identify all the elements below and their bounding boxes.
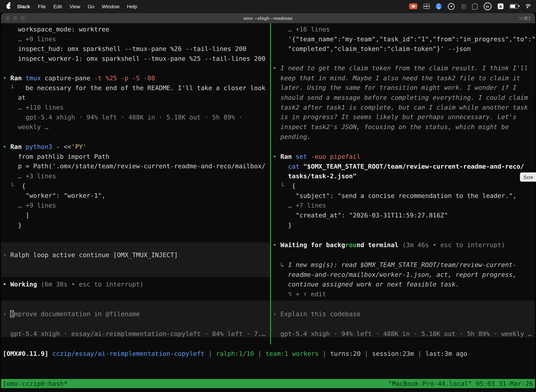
terminal-line: "worker": "worker-1", [3, 191, 270, 201]
terminal-line: } [3, 220, 270, 230]
output-block: … +16 lines '{"team_name":"my-team","tas… [271, 25, 535, 54]
menu-go[interactable]: Go [84, 0, 98, 13]
terminal-line: • Ran tmux capture-pane -t %25 -p -S -80 [3, 73, 270, 83]
terminal-line: inspect_worker-1: omx sparkshell --tmux-… [3, 54, 270, 64]
terminal-line: ] [3, 210, 270, 220]
terminal-line: … +7 lines [273, 201, 535, 211]
terminal-line: readme-and-reco/mailbox/worker-1.json, a… [273, 270, 535, 280]
output-block: workspace_mode: worktree … +9 lines insp… [1, 25, 270, 64]
apple-icon [6, 4, 11, 9]
output-block: • Ran set -euo pipefail cat "$OMX_TEAM_S… [271, 152, 535, 230]
terminal-line: inspect_hud: omx sparkshell --tmux-pane … [3, 44, 270, 54]
output-block: ↳ 1 new msg(s): read $OMX_TEAM_STATE_ROO… [271, 260, 535, 299]
terminal-line: … +9 lines [3, 201, 270, 210]
output-block: • Working (6m 38s • esc to interrupt) [1, 280, 270, 289]
terminal-line: … +16 lines [273, 25, 535, 34]
terminal-line: • Working (6m 38s • esc to interrupt) [3, 280, 270, 289]
terminal-line: gpt-5.4 xhigh · essay/ai-reimplementatio… [3, 329, 270, 339]
prompt-band[interactable]: › Ralph loop active continue [OMX_TMUX_I… [1, 242, 270, 277]
grid-app-icon[interactable] [423, 4, 430, 9]
terminal-line: gpt-5.4 xhigh · 94% left · 488K in · 5.1… [273, 329, 535, 339]
close-button[interactable] [5, 16, 10, 20]
ghost-app-icon[interactable] [472, 3, 478, 9]
menu-bar: SlackFileEditViewGoWindowHelp 61 A [0, 0, 536, 13]
terminal-line: p = Path('.omx/state/team/review-current… [3, 162, 270, 171]
tmux-status-bar: [omx-cczip0:bash* "MacBook-Pro-44.local"… [1, 379, 535, 388]
output-block: gpt-5.4 xhigh · 94% left · 488K in · 5.1… [271, 329, 535, 339]
menu-file[interactable]: File [34, 0, 50, 13]
swirl-app-icon[interactable] [436, 3, 442, 9]
terminal-line: ⌥ + ↑ edit [273, 289, 535, 299]
terminal-line: at [3, 93, 270, 103]
terminal-line: "subject": "send a concise recommendatio… [273, 191, 535, 201]
terminal-line: • Ran python3 - <<'PY' [3, 142, 270, 152]
terminal-line: "created_at": "2026-03-31T11:59:27.816Z" [273, 211, 535, 221]
terminal-line: '{"team_name":"my-team","task_id":"1","f… [273, 34, 535, 44]
terminal-line: … +9 lines [3, 34, 270, 44]
right-terminal-pane[interactable]: … +16 lines '{"team_name":"my-team","tas… [271, 23, 535, 344]
menu-bar-items: SlackFileEditViewGoWindowHelp [13, 0, 141, 13]
terminal-line: is in progress? It seems likely but perh… [273, 112, 535, 122]
terminal-line: gpt-5.4 xhigh · 94% left · 488K in · 5.1… [3, 112, 270, 122]
terminal-line: └ { [273, 181, 535, 191]
menu-view[interactable]: View [66, 0, 84, 13]
omx-status-line: [OMX#0.11.9] cczip/essay/ai-reimplementa… [3, 349, 467, 359]
zoom-button[interactable] [21, 16, 25, 20]
terminal-line: inspect task2's JSON, focusing on the st… [273, 122, 535, 132]
terminal-line: weekly … [3, 122, 270, 132]
wifi-icon[interactable] [524, 4, 531, 9]
terminal-line: keep that in mind. Maybe I also need the… [273, 73, 535, 83]
recording-icon [409, 3, 417, 9]
minimize-button[interactable] [13, 16, 17, 20]
terminal-line: └ { [3, 181, 270, 191]
apple-menu[interactable] [0, 4, 13, 9]
window-title: omx --xhigh --madmax [1, 15, 535, 21]
terminal-line: • I need to get the claim token from the… [273, 64, 535, 73]
battery-percent-ring-icon[interactable]: 61 [484, 2, 492, 10]
terminal-line: • Ran set -euo pipefail [273, 152, 535, 162]
terminal-line: … +3 lines [3, 171, 270, 181]
tmux-session-name: [omx-cczip0:bash* [1, 380, 67, 387]
terminal-line: later. Using the same for transition mig… [273, 83, 535, 93]
window-titlebar[interactable]: omx --xhigh --madmax ⌥⌘1 [1, 13, 535, 23]
terminal-line: › Ralph loop active continue [OMX_TMUX_I… [3, 250, 270, 260]
output-block: • Ran tmux capture-pane -t %25 -p -S -80… [1, 73, 270, 132]
battery-icon[interactable] [510, 4, 518, 9]
output-block: • I need to get the claim token from the… [271, 64, 535, 142]
terminal-line: task2 after task1 is complete, but can I… [273, 103, 535, 112]
left-terminal-pane[interactable]: workspace_mode: worktree … +9 lines insp… [1, 23, 270, 344]
terminal-window: omx --xhigh --madmax ⌥⌘1 workspace_mode:… [1, 13, 535, 392]
screen-recording-indicator-icon[interactable] [409, 3, 417, 9]
terminal-line: cat "$OMX_TEAM_STATE_ROOT/team/review-cu… [273, 162, 535, 172]
menu-help[interactable]: Help [123, 0, 141, 13]
window-controls [1, 16, 25, 20]
output-block: • Waiting for background terminal (3m 46… [271, 240, 535, 250]
dots-grid-app-icon[interactable] [461, 4, 466, 9]
menu-edit[interactable]: Edit [50, 0, 66, 13]
menu-slack[interactable]: Slack [13, 0, 34, 13]
terminal-line: "completed","claim_token":"claim-token"}… [273, 44, 535, 54]
circle-app-icon[interactable] [448, 3, 455, 10]
terminal-line: … +110 lines [3, 103, 270, 112]
menu-window[interactable]: Window [98, 0, 123, 13]
terminal-line: workspace_mode: worktree [3, 25, 270, 34]
terminal-line: from pathlib import Path [3, 152, 270, 162]
terminal-line: pending. [273, 132, 535, 142]
menu-bar-status-icons: 61 A [409, 2, 536, 10]
tmux-host-time: "MacBook-Pro-44.local" 05:03 31-Mar-26 [388, 380, 535, 387]
input-source-icon[interactable]: A [498, 3, 503, 9]
screen-tooltip: Scre [520, 173, 536, 182]
terminal-line: › Improve documentation in @filename [3, 309, 270, 319]
terminal-line: continue assigned work or next feasible … [273, 280, 535, 289]
terminal-line: └ be necessary for the end of the README… [3, 83, 270, 93]
terminal-line: tasks/task-2.json" [273, 172, 535, 182]
terminal-line: › Explain this codebase [273, 309, 535, 319]
terminal-line: should send a message before completing … [273, 93, 535, 103]
desktop: SlackFileEditViewGoWindowHelp 61 A omx -… [0, 0, 536, 392]
terminal-line: ↳ 1 new msg(s): read $OMX_TEAM_STATE_ROO… [273, 260, 535, 270]
output-block: gpt-5.4 xhigh · essay/ai-reimplementatio… [1, 329, 270, 339]
window-shortcut-hint: ⌥⌘1 [518, 15, 535, 21]
terminal-line: • Waiting for background terminal (3m 46… [273, 240, 535, 250]
terminal-line: } [273, 220, 535, 230]
output-block: • Ran python3 - <<'PY' from pathlib impo… [1, 142, 270, 230]
